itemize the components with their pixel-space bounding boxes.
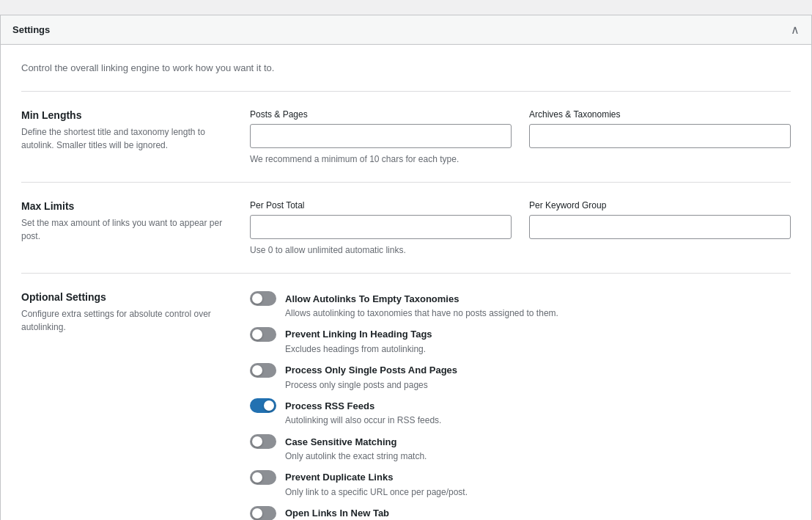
min-lengths-title: Min Lengths [21,109,226,121]
toggle-desc-prevent-duplicate: Only link to a specific URL once per pag… [285,486,791,499]
per-post-group: Per Post Total [250,200,512,239]
toggle-item-prevent-duplicate: Prevent Duplicate LinksOnly link to a sp… [250,470,791,499]
toggle-switch-prevent-duplicate[interactable] [250,470,276,485]
divider-1 [21,91,791,92]
optional-settings-section: Optional Settings Configure extra settin… [21,291,791,520]
toggle-label-prevent-heading: Prevent Linking In Heading Tags [285,329,432,340]
panel-header: Settings ∧ [1,15,811,45]
per-post-label: Per Post Total [250,200,512,210]
toggle-desc-rss-feeds: Autolinking will also occur in RSS feeds… [285,414,791,427]
min-lengths-right: Posts & Pages Archives & Taxonomies We r… [250,109,791,164]
archives-taxonomies-input[interactable] [529,124,791,148]
posts-pages-input[interactable] [250,124,512,148]
collapse-icon[interactable]: ∧ [791,23,800,37]
toggle-switch-rss-feeds[interactable] [250,398,276,413]
intro-text: Control the overall linking engine to wo… [21,62,791,73]
toggle-row-allow-autolinks: Allow Autolinks To Empty Taxonomies [250,291,791,306]
min-lengths-desc: Define the shortest title and taxonomy l… [21,125,226,152]
divider-3 [21,273,791,274]
toggle-label-single-posts: Process Only Single Posts And Pages [285,365,457,376]
toggle-item-case-sensitive: Case Sensitive MatchingOnly autolink the… [250,434,791,463]
divider-2 [21,182,791,183]
toggle-thumb [252,365,262,376]
toggle-thumb [252,293,262,304]
toggle-switch-prevent-heading[interactable] [250,327,276,342]
toggle-label-rss-feeds: Process RSS Feeds [285,400,374,411]
toggle-row-prevent-heading: Prevent Linking In Heading Tags [250,327,791,342]
toggle-desc-single-posts: Process only single posts and pages [285,379,791,392]
optional-left: Optional Settings Configure extra settin… [21,291,226,334]
max-limits-title: Max Limits [21,200,226,212]
min-lengths-hint: We recommend a minimum of 10 chars for e… [250,154,791,164]
panel-title: Settings [12,24,50,35]
max-limits-desc: Set the max amount of links you want to … [21,216,226,243]
toggle-row-single-posts: Process Only Single Posts And Pages [250,363,791,378]
per-keyword-input[interactable] [529,215,791,239]
toggle-label-open-new-tab: Open Links In New Tab [285,508,389,519]
toggle-item-rss-feeds: Process RSS FeedsAutolinking will also o… [250,398,791,427]
settings-panel: Settings ∧ Control the overall linking e… [0,15,812,520]
panel-body: Control the overall linking engine to wo… [1,45,811,520]
max-limits-section: Max Limits Set the max amount of links y… [21,200,791,255]
toggle-row-rss-feeds: Process RSS Feeds [250,398,791,413]
toggle-desc-case-sensitive: Only autolink the exact string match. [285,450,791,463]
optional-settings-toggles: Allow Autolinks To Empty TaxonomiesAllow… [250,291,791,520]
toggle-switch-single-posts[interactable] [250,363,276,378]
toggle-thumb [252,329,262,340]
max-limits-fields: Per Post Total Per Keyword Group [250,200,791,239]
archives-taxonomies-group: Archives & Taxonomies [529,109,791,148]
archives-taxonomies-label: Archives & Taxonomies [529,109,791,120]
toggle-desc-prevent-heading: Excludes headings from autolinking. [285,343,791,356]
toggle-item-open-new-tab: Open Links In New TabAdds the target="_b… [250,506,791,520]
min-lengths-left: Min Lengths Define the shortest title an… [21,109,226,152]
toggle-label-case-sensitive: Case Sensitive Matching [285,436,396,447]
toggle-item-prevent-heading: Prevent Linking In Heading TagsExcludes … [250,327,791,356]
max-limits-left: Max Limits Set the max amount of links y… [21,200,226,243]
toggle-label-prevent-duplicate: Prevent Duplicate Links [285,472,393,483]
toggle-thumb [252,472,262,483]
posts-pages-label: Posts & Pages [250,109,512,120]
per-keyword-group: Per Keyword Group [529,200,791,239]
toggle-row-case-sensitive: Case Sensitive Matching [250,434,791,449]
toggle-label-allow-autolinks: Allow Autolinks To Empty Taxonomies [285,293,459,304]
toggle-switch-open-new-tab[interactable] [250,506,276,520]
toggle-switch-case-sensitive[interactable] [250,434,276,449]
toggle-row-prevent-duplicate: Prevent Duplicate Links [250,470,791,485]
toggle-item-single-posts: Process Only Single Posts And PagesProce… [250,363,791,392]
max-limits-hint: Use 0 to allow unlimited automatic links… [250,245,791,255]
optional-settings-desc: Configure extra settings for absolute co… [21,307,226,334]
per-post-input[interactable] [250,215,512,239]
per-keyword-label: Per Keyword Group [529,200,791,210]
toggle-switch-allow-autolinks[interactable] [250,291,276,306]
toggle-item-allow-autolinks: Allow Autolinks To Empty TaxonomiesAllow… [250,291,791,320]
min-lengths-fields: Posts & Pages Archives & Taxonomies [250,109,791,148]
max-limits-right: Per Post Total Per Keyword Group Use 0 t… [250,200,791,255]
toggle-thumb [252,508,262,519]
posts-pages-group: Posts & Pages [250,109,512,148]
min-lengths-section: Min Lengths Define the shortest title an… [21,109,791,164]
toggle-row-open-new-tab: Open Links In New Tab [250,506,791,520]
toggle-desc-allow-autolinks: Allows autolinking to taxonomies that ha… [285,307,791,320]
optional-settings-title: Optional Settings [21,291,226,303]
